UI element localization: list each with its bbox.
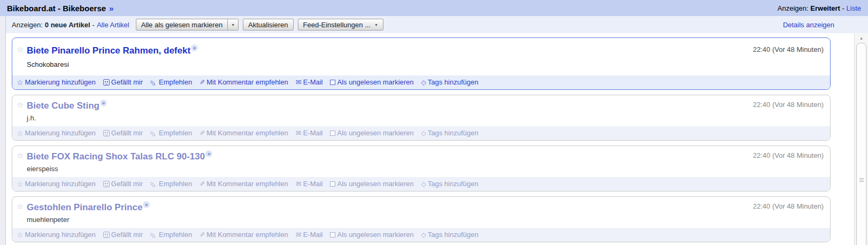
entry-title-wrap: Biete FOX Racing Shox Talas RLC 90-130» — [27, 150, 212, 162]
entry-author: eierspeiss — [12, 162, 830, 177]
entry-action[interactable]: ✎ Mit Kommentar empfehlen — [199, 78, 288, 87]
entry-title[interactable]: Gestohlen Pinarello Prince — [27, 202, 142, 212]
entry-action[interactable]: ✉ E-Mail — [296, 129, 323, 137]
view-separator: - — [842, 4, 844, 12]
entry-title-wrap: Biete Pinarello Prince Rahmen, defekt» — [27, 44, 198, 56]
new-articles-count: 0 neue Artikel — [45, 21, 90, 29]
tag-icon: ◇ — [421, 79, 426, 86]
entry-action[interactable]: Als ungelesen markieren — [330, 231, 413, 239]
star-icon[interactable]: ☆ — [17, 201, 27, 212]
entry-action-bar: ☆ Markierung hinzufügen Gefällt mir Empf… — [12, 228, 830, 242]
note-icon: ✎ — [199, 232, 205, 238]
entry-action-label: Als ungelesen markieren — [337, 129, 413, 137]
toolbar-separator: - — [93, 21, 95, 29]
entry-action[interactable]: ☆ Markierung hinzufügen — [17, 231, 96, 239]
scroll-up-icon[interactable]: ▲ — [856, 34, 866, 42]
entry-action-label: Gefällt mir — [111, 231, 143, 239]
entry-action[interactable]: Gefällt mir — [103, 231, 143, 239]
entry-action[interactable]: Gefällt mir — [103, 78, 143, 87]
entry-action-bar: ☆ Markierung hinzufügen Gefällt mir Empf… — [12, 75, 830, 89]
entry-action[interactable]: Gefällt mir — [103, 180, 143, 188]
mark-all-read-dropdown-button[interactable]: ▼ — [228, 19, 239, 30]
entry-action-label: Als ungelesen markieren — [337, 231, 413, 239]
all-articles-link[interactable]: Alle Artikel — [97, 21, 129, 29]
show-label: Anzeigen: — [12, 21, 43, 29]
entry-action[interactable]: Empfehlen — [150, 231, 192, 239]
view-mode-list-link[interactable]: Liste — [847, 4, 861, 12]
entry-action-label: Tags hinzufügen — [428, 129, 479, 137]
mark-all-read-button[interactable]: Alle als gelesen markieren — [136, 19, 228, 30]
entry-action-label: E-Mail — [303, 180, 323, 188]
broadcast-icon — [150, 79, 157, 86]
star-icon[interactable]: ☆ — [17, 150, 27, 161]
entry-action[interactable]: ◇ Tags hinzufügen — [421, 78, 479, 87]
open-original-icon[interactable]: » — [100, 99, 107, 106]
entry-action-label: Markierung hinzufügen — [25, 231, 96, 239]
entry-action[interactable]: ✉ E-Mail — [296, 231, 323, 239]
entry-action-label: Gefällt mir — [111, 78, 143, 87]
broadcast-icon — [150, 181, 157, 187]
smiley-icon — [103, 181, 110, 187]
details-toggle-link[interactable]: Details anzeigen — [783, 21, 834, 29]
entry-title[interactable]: Biete Cube Sting — [27, 101, 99, 111]
entry-title[interactable]: Biete Pinarello Prince Rahmen, defekt — [27, 45, 190, 56]
entry-timestamp: 22:40 (Vor 48 Minuten) — [753, 201, 824, 211]
entry-action[interactable]: ◇ Tags hinzufügen — [421, 129, 479, 137]
envelope-icon: ✉ — [296, 181, 302, 187]
entry-action[interactable]: Empfehlen — [150, 78, 192, 87]
star-icon: ☆ — [17, 130, 24, 136]
entry-action-label: Empfehlen — [159, 180, 192, 188]
entry-action-label: Empfehlen — [159, 129, 192, 137]
tag-icon: ◇ — [421, 232, 426, 238]
entry-action[interactable]: Als ungelesen markieren — [330, 78, 413, 87]
entry-card[interactable]: ☆ Biete FOX Racing Shox Talas RLC 90-130… — [12, 146, 831, 192]
entry-action[interactable]: Empfehlen — [150, 129, 192, 137]
entry-action[interactable]: ◇ Tags hinzufügen — [421, 180, 479, 188]
scrollbar-thumb[interactable] — [856, 43, 866, 245]
entry-action[interactable]: Gefällt mir — [103, 129, 143, 137]
entry-title-wrap: Biete Cube Sting» — [27, 99, 107, 111]
tag-icon: ◇ — [421, 181, 426, 187]
entry-author: j.h. — [12, 111, 830, 126]
open-original-icon[interactable]: » — [143, 201, 150, 208]
entry-action[interactable]: ✎ Mit Kommentar empfehlen — [199, 180, 288, 188]
view-label: Anzeigen: — [778, 4, 809, 12]
entry-action-label: Tags hinzufügen — [428, 180, 479, 188]
star-icon[interactable]: ☆ — [17, 99, 27, 110]
entry-title[interactable]: Biete FOX Racing Shox Talas RLC 90-130 — [27, 151, 205, 162]
entry-action[interactable]: ◇ Tags hinzufügen — [421, 231, 479, 239]
entry-action-label: Gefällt mir — [111, 129, 143, 137]
entry-action-label: Tags hinzufügen — [428, 78, 479, 87]
entry-author: Schokobaresi — [12, 56, 830, 75]
broadcast-icon — [150, 130, 157, 136]
entry-action[interactable]: Als ungelesen markieren — [330, 180, 413, 188]
envelope-icon: ✉ — [296, 130, 302, 136]
star-icon: ☆ — [17, 181, 24, 187]
open-original-icon[interactable]: » — [205, 150, 212, 157]
entry-action[interactable]: ✉ E-Mail — [296, 180, 323, 188]
star-icon[interactable]: ☆ — [17, 44, 27, 55]
note-icon: ✎ — [199, 130, 205, 136]
entry-action[interactable]: ✎ Mit Kommentar empfehlen — [199, 231, 288, 239]
entry-action[interactable]: ✉ E-Mail — [296, 78, 323, 87]
entry-action[interactable]: ✎ Mit Kommentar empfehlen — [199, 129, 288, 137]
entry-action[interactable]: ☆ Markierung hinzufügen — [17, 78, 96, 87]
envelope-icon: ✉ — [296, 232, 302, 238]
entry-action[interactable]: ☆ Markierung hinzufügen — [17, 129, 96, 137]
entry-action-label: Markierung hinzufügen — [25, 129, 96, 137]
entry-card[interactable]: ☆ Biete Pinarello Prince Rahmen, defekt»… — [12, 37, 831, 90]
entry-card[interactable]: ☆ Biete Cube Sting» 22:40 (Vor 48 Minute… — [12, 95, 831, 141]
entry-header-row: ☆ Biete Cube Sting» 22:40 (Vor 48 Minute… — [12, 95, 830, 111]
refresh-button[interactable]: Aktualisieren — [243, 19, 293, 30]
feed-title-arrow-link[interactable]: » — [109, 4, 113, 13]
entry-action[interactable]: ☆ Markierung hinzufügen — [17, 180, 96, 188]
feed-settings-button[interactable]: Feed-Einstellungen ... ▼ — [298, 19, 383, 30]
entry-card[interactable]: ☆ Gestohlen Pinarello Prince» 22:40 (Vor… — [12, 196, 831, 242]
vertical-scrollbar[interactable]: ▲ — [854, 33, 868, 245]
checkbox-icon — [330, 80, 335, 85]
entry-action-label: Mit Kommentar empfehlen — [206, 129, 288, 137]
entry-action-label: Mit Kommentar empfehlen — [206, 78, 288, 87]
open-original-icon[interactable]: » — [191, 44, 198, 51]
entry-action[interactable]: Als ungelesen markieren — [330, 129, 413, 137]
entry-action[interactable]: Empfehlen — [150, 180, 192, 188]
